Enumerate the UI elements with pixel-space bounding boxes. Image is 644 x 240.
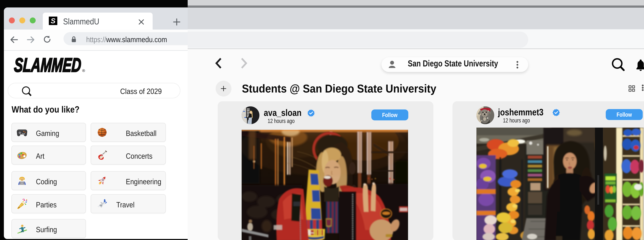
svg-text:SLAMMED: SLAMMED <box>14 55 82 76</box>
svg-text:®: ® <box>82 68 85 73</box>
